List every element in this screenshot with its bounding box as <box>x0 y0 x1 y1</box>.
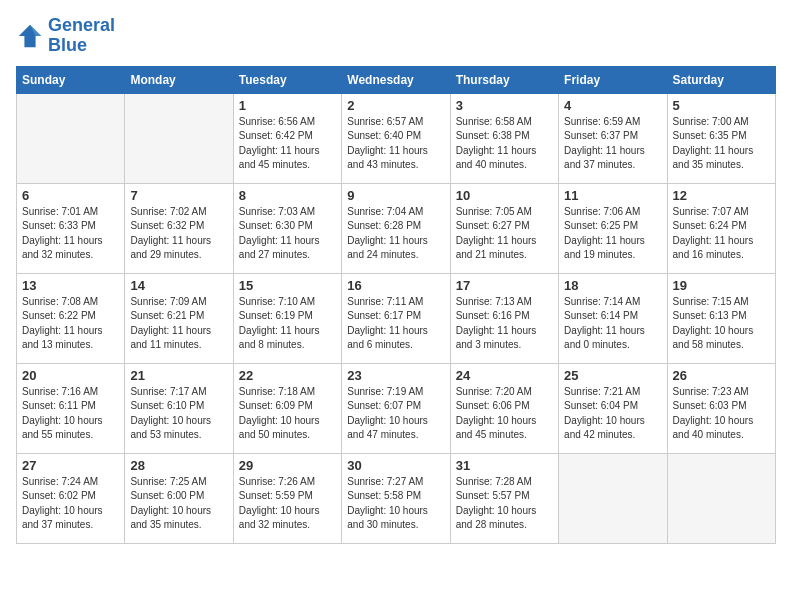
cell-info: Sunrise: 7:07 AMSunset: 6:24 PMDaylight:… <box>673 205 770 263</box>
cell-info: Sunrise: 6:58 AMSunset: 6:38 PMDaylight:… <box>456 115 553 173</box>
day-number: 17 <box>456 278 553 293</box>
cell-info: Sunrise: 7:11 AMSunset: 6:17 PMDaylight:… <box>347 295 444 353</box>
cell-info: Sunrise: 7:15 AMSunset: 6:13 PMDaylight:… <box>673 295 770 353</box>
calendar-cell: 8Sunrise: 7:03 AMSunset: 6:30 PMDaylight… <box>233 183 341 273</box>
cell-info: Sunrise: 7:25 AMSunset: 6:00 PMDaylight:… <box>130 475 227 533</box>
day-number: 4 <box>564 98 661 113</box>
weekday-header-row: SundayMondayTuesdayWednesdayThursdayFrid… <box>17 66 776 93</box>
weekday-thursday: Thursday <box>450 66 558 93</box>
calendar-cell: 4Sunrise: 6:59 AMSunset: 6:37 PMDaylight… <box>559 93 667 183</box>
calendar-cell: 20Sunrise: 7:16 AMSunset: 6:11 PMDayligh… <box>17 363 125 453</box>
day-number: 7 <box>130 188 227 203</box>
calendar-cell <box>17 93 125 183</box>
day-number: 29 <box>239 458 336 473</box>
cell-info: Sunrise: 7:18 AMSunset: 6:09 PMDaylight:… <box>239 385 336 443</box>
cell-info: Sunrise: 6:57 AMSunset: 6:40 PMDaylight:… <box>347 115 444 173</box>
calendar-cell: 28Sunrise: 7:25 AMSunset: 6:00 PMDayligh… <box>125 453 233 543</box>
day-number: 27 <box>22 458 119 473</box>
weekday-wednesday: Wednesday <box>342 66 450 93</box>
cell-info: Sunrise: 7:13 AMSunset: 6:16 PMDaylight:… <box>456 295 553 353</box>
day-number: 3 <box>456 98 553 113</box>
day-number: 23 <box>347 368 444 383</box>
day-number: 9 <box>347 188 444 203</box>
calendar-cell: 14Sunrise: 7:09 AMSunset: 6:21 PMDayligh… <box>125 273 233 363</box>
day-number: 16 <box>347 278 444 293</box>
calendar-cell: 3Sunrise: 6:58 AMSunset: 6:38 PMDaylight… <box>450 93 558 183</box>
calendar-cell: 12Sunrise: 7:07 AMSunset: 6:24 PMDayligh… <box>667 183 775 273</box>
weekday-monday: Monday <box>125 66 233 93</box>
calendar-cell: 2Sunrise: 6:57 AMSunset: 6:40 PMDaylight… <box>342 93 450 183</box>
calendar-cell: 9Sunrise: 7:04 AMSunset: 6:28 PMDaylight… <box>342 183 450 273</box>
calendar-cell: 1Sunrise: 6:56 AMSunset: 6:42 PMDaylight… <box>233 93 341 183</box>
day-number: 20 <box>22 368 119 383</box>
week-row-1: 1Sunrise: 6:56 AMSunset: 6:42 PMDaylight… <box>17 93 776 183</box>
day-number: 24 <box>456 368 553 383</box>
calendar-cell <box>667 453 775 543</box>
calendar-cell: 26Sunrise: 7:23 AMSunset: 6:03 PMDayligh… <box>667 363 775 453</box>
cell-info: Sunrise: 7:10 AMSunset: 6:19 PMDaylight:… <box>239 295 336 353</box>
calendar-cell: 24Sunrise: 7:20 AMSunset: 6:06 PMDayligh… <box>450 363 558 453</box>
day-number: 13 <box>22 278 119 293</box>
day-number: 18 <box>564 278 661 293</box>
week-row-5: 27Sunrise: 7:24 AMSunset: 6:02 PMDayligh… <box>17 453 776 543</box>
page-header: General Blue <box>16 16 776 56</box>
cell-info: Sunrise: 6:59 AMSunset: 6:37 PMDaylight:… <box>564 115 661 173</box>
day-number: 30 <box>347 458 444 473</box>
cell-info: Sunrise: 7:01 AMSunset: 6:33 PMDaylight:… <box>22 205 119 263</box>
calendar-cell: 29Sunrise: 7:26 AMSunset: 5:59 PMDayligh… <box>233 453 341 543</box>
cell-info: Sunrise: 7:02 AMSunset: 6:32 PMDaylight:… <box>130 205 227 263</box>
cell-info: Sunrise: 6:56 AMSunset: 6:42 PMDaylight:… <box>239 115 336 173</box>
calendar-cell: 17Sunrise: 7:13 AMSunset: 6:16 PMDayligh… <box>450 273 558 363</box>
day-number: 2 <box>347 98 444 113</box>
calendar-cell <box>125 93 233 183</box>
calendar-cell: 23Sunrise: 7:19 AMSunset: 6:07 PMDayligh… <box>342 363 450 453</box>
cell-info: Sunrise: 7:23 AMSunset: 6:03 PMDaylight:… <box>673 385 770 443</box>
logo-icon <box>16 22 44 50</box>
weekday-friday: Friday <box>559 66 667 93</box>
cell-info: Sunrise: 7:03 AMSunset: 6:30 PMDaylight:… <box>239 205 336 263</box>
cell-info: Sunrise: 7:05 AMSunset: 6:27 PMDaylight:… <box>456 205 553 263</box>
day-number: 22 <box>239 368 336 383</box>
cell-info: Sunrise: 7:00 AMSunset: 6:35 PMDaylight:… <box>673 115 770 173</box>
cell-info: Sunrise: 7:08 AMSunset: 6:22 PMDaylight:… <box>22 295 119 353</box>
cell-info: Sunrise: 7:14 AMSunset: 6:14 PMDaylight:… <box>564 295 661 353</box>
day-number: 8 <box>239 188 336 203</box>
calendar-cell: 5Sunrise: 7:00 AMSunset: 6:35 PMDaylight… <box>667 93 775 183</box>
calendar-cell: 21Sunrise: 7:17 AMSunset: 6:10 PMDayligh… <box>125 363 233 453</box>
day-number: 28 <box>130 458 227 473</box>
cell-info: Sunrise: 7:09 AMSunset: 6:21 PMDaylight:… <box>130 295 227 353</box>
day-number: 21 <box>130 368 227 383</box>
calendar-cell: 27Sunrise: 7:24 AMSunset: 6:02 PMDayligh… <box>17 453 125 543</box>
day-number: 12 <box>673 188 770 203</box>
day-number: 25 <box>564 368 661 383</box>
week-row-4: 20Sunrise: 7:16 AMSunset: 6:11 PMDayligh… <box>17 363 776 453</box>
cell-info: Sunrise: 7:28 AMSunset: 5:57 PMDaylight:… <box>456 475 553 533</box>
day-number: 19 <box>673 278 770 293</box>
calendar-cell: 16Sunrise: 7:11 AMSunset: 6:17 PMDayligh… <box>342 273 450 363</box>
day-number: 14 <box>130 278 227 293</box>
calendar-cell: 30Sunrise: 7:27 AMSunset: 5:58 PMDayligh… <box>342 453 450 543</box>
weekday-sunday: Sunday <box>17 66 125 93</box>
calendar-cell: 11Sunrise: 7:06 AMSunset: 6:25 PMDayligh… <box>559 183 667 273</box>
cell-info: Sunrise: 7:20 AMSunset: 6:06 PMDaylight:… <box>456 385 553 443</box>
cell-info: Sunrise: 7:19 AMSunset: 6:07 PMDaylight:… <box>347 385 444 443</box>
cell-info: Sunrise: 7:16 AMSunset: 6:11 PMDaylight:… <box>22 385 119 443</box>
calendar-cell: 31Sunrise: 7:28 AMSunset: 5:57 PMDayligh… <box>450 453 558 543</box>
calendar-cell: 18Sunrise: 7:14 AMSunset: 6:14 PMDayligh… <box>559 273 667 363</box>
cell-info: Sunrise: 7:04 AMSunset: 6:28 PMDaylight:… <box>347 205 444 263</box>
day-number: 26 <box>673 368 770 383</box>
cell-info: Sunrise: 7:24 AMSunset: 6:02 PMDaylight:… <box>22 475 119 533</box>
calendar-cell: 19Sunrise: 7:15 AMSunset: 6:13 PMDayligh… <box>667 273 775 363</box>
calendar-cell: 13Sunrise: 7:08 AMSunset: 6:22 PMDayligh… <box>17 273 125 363</box>
weekday-saturday: Saturday <box>667 66 775 93</box>
cell-info: Sunrise: 7:21 AMSunset: 6:04 PMDaylight:… <box>564 385 661 443</box>
calendar-table: SundayMondayTuesdayWednesdayThursdayFrid… <box>16 66 776 544</box>
day-number: 1 <box>239 98 336 113</box>
calendar-cell: 15Sunrise: 7:10 AMSunset: 6:19 PMDayligh… <box>233 273 341 363</box>
calendar-body: 1Sunrise: 6:56 AMSunset: 6:42 PMDaylight… <box>17 93 776 543</box>
calendar-cell: 25Sunrise: 7:21 AMSunset: 6:04 PMDayligh… <box>559 363 667 453</box>
day-number: 6 <box>22 188 119 203</box>
week-row-3: 13Sunrise: 7:08 AMSunset: 6:22 PMDayligh… <box>17 273 776 363</box>
calendar-cell <box>559 453 667 543</box>
calendar-cell: 7Sunrise: 7:02 AMSunset: 6:32 PMDaylight… <box>125 183 233 273</box>
